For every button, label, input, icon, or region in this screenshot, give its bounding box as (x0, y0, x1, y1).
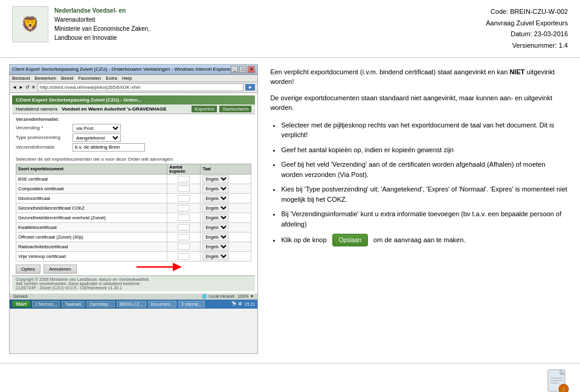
taal-select[interactable]: Engels (202, 223, 229, 231)
startscherm-button[interactable]: Startscherm (219, 106, 251, 112)
cell-taal[interactable]: Engels (201, 251, 251, 261)
taal-select[interactable]: Engels (202, 175, 229, 183)
verzending-title: Verzendinformatie: (16, 117, 251, 122)
copies-input[interactable] (178, 224, 190, 231)
back-icon[interactable]: ◄ (12, 85, 17, 90)
menu-bestand[interactable]: Bestand (12, 76, 30, 81)
org-name-line3: Ministerie van Economische Zaken, (54, 24, 150, 33)
verzending-select[interactable]: via Post (72, 124, 121, 132)
taskbar-item-2[interactable]: Taakbalk (62, 301, 85, 307)
table-section: Selecteer de set exportdocumenten die u … (12, 155, 255, 263)
opties-button[interactable]: Opties (16, 265, 40, 274)
cell-copies[interactable] (167, 184, 201, 193)
doc-info: Code: BREIN-CZU-W-002 Aanvraag Zuivel Ex… (486, 6, 568, 51)
taal-select[interactable]: Engels (202, 194, 229, 202)
taal-select[interactable]: Engels (202, 204, 229, 212)
bullet-3: Geef bij het veld 'Verzending' aan of de… (281, 159, 568, 179)
main-content: Client Export Sectortoepassing Zuivel (C… (0, 58, 580, 360)
copies-input[interactable] (178, 243, 190, 250)
verzending-form: Verzendinformatie: Verzending * via Post… (12, 114, 255, 155)
menu-help[interactable]: Help (122, 76, 132, 81)
postverzending-select[interactable]: Aangetekend (72, 133, 121, 142)
app-content: CZient Export Sectortoepassing Zuivel (C… (10, 93, 257, 294)
cell-taal[interactable]: Engels (201, 203, 251, 213)
forward-icon[interactable]: ► (19, 85, 24, 90)
menu-beeld[interactable]: Beeld (61, 76, 73, 81)
copies-input[interactable] (178, 195, 190, 202)
cell-copies[interactable] (167, 213, 201, 222)
taal-select[interactable]: Engels (202, 233, 229, 241)
browser-buttons: _ □ ✕ (231, 66, 255, 73)
table-row: Vrije Verkoop certificaat Engels (16, 251, 251, 261)
browser-titlebar: Client Export Sectortoepassing Zuivel (C… (10, 65, 257, 75)
bullet-2: Geef het aantal kopieën op, indien er ko… (281, 145, 568, 155)
zoom-level: 🌐 Local Intranet 100% ▼ (202, 294, 254, 299)
annuleren-button[interactable]: Annuleren (44, 265, 76, 274)
taskbar-item-6[interactable]: 2 Interne... (178, 301, 204, 307)
taal-select[interactable]: Engels (202, 243, 229, 251)
opslaan-button[interactable]: Opslaan (332, 234, 368, 246)
table-row: Radioactiviteitscertificaat Engels (16, 242, 251, 251)
copies-input[interactable] (178, 234, 190, 240)
cell-taal[interactable]: Engels (201, 232, 251, 242)
taal-select[interactable]: Engels (202, 252, 229, 260)
cell-doc-name: Gezondheid/diercertificaat overheid (Zui… (16, 213, 167, 222)
cell-copies[interactable] (167, 232, 201, 242)
cell-taal[interactable]: Engels (201, 184, 251, 193)
refresh-icon[interactable]: ↺ (25, 85, 30, 90)
close-button[interactable]: ✕ (248, 66, 255, 73)
app-footer: Copyright © 2008 Ministerie van Landbouw… (12, 275, 255, 291)
copies-input[interactable] (178, 176, 190, 182)
copies-input[interactable] (178, 185, 190, 192)
doc-code: Code: BREIN-CZU-W-002 (486, 6, 568, 18)
postverzending-label: Type postverzending (16, 135, 70, 140)
start-button[interactable]: Start (12, 301, 30, 307)
logo-lion-icon: 🦁 (21, 16, 39, 33)
taal-select[interactable]: Engels (202, 214, 229, 222)
taskbar-item-4[interactable]: BREIN-CZ... (117, 301, 146, 307)
tray-icons: 📡 🖥 (231, 301, 242, 306)
stop-icon[interactable]: ✕ (31, 85, 36, 90)
clock: 15:21 (245, 302, 256, 306)
status-bar: Gereed 🌐 Local Intranet 100% ▼ (10, 294, 257, 300)
copies-input[interactable] (178, 205, 190, 211)
menu-bewerken[interactable]: Bewerken (34, 76, 56, 81)
bullet-5: Bij 'Verzendingsinformatie' kunt u extra… (281, 209, 568, 229)
minimize-button[interactable]: _ (231, 66, 238, 73)
cell-taal[interactable]: Engels (201, 222, 251, 232)
cell-copies[interactable] (167, 251, 201, 261)
verzendinformatie-input[interactable]: b.v. de afdeling Brein (72, 143, 145, 152)
cell-doc-name: Radioactiviteitscertificaat (16, 242, 167, 251)
cell-copies[interactable] (167, 242, 201, 251)
table-row: Gezondheid/diercertificaat COKZ Engels (16, 203, 251, 213)
cell-copies[interactable] (167, 174, 201, 184)
copies-input[interactable] (178, 253, 190, 260)
copies-input[interactable] (178, 214, 190, 221)
cell-taal[interactable]: Engels (201, 174, 251, 184)
browser-toolbar: ◄ ► ↺ ✕ http://client.nvwa.nl/nvwa/j/eko… (10, 82, 257, 93)
logo-section: 🦁 Nederlandse Voedsel- en Warenautoritei… (12, 6, 150, 42)
taskbar-item-3[interactable]: OpenMap... (86, 301, 115, 307)
cell-copies[interactable] (167, 193, 201, 203)
taskbar-item-5[interactable]: Document... (148, 301, 177, 307)
page-footer: FAB – Client Export Pagina 15 van 56 ↑ C… (0, 363, 580, 392)
cell-taal[interactable]: Engels (201, 193, 251, 203)
exportrol-button[interactable]: Exportrol (192, 106, 217, 112)
taal-select[interactable]: Engels (202, 185, 229, 193)
doc-title: Aanvraag Zuivel Exporteurs (486, 18, 568, 29)
go-button[interactable]: ► (245, 84, 255, 91)
cell-taal[interactable]: Engels (201, 242, 251, 251)
taskbar-item-1[interactable]: 2 Microso... (32, 301, 60, 307)
intro-para1: Een verplicht exportdocument (i.v.m. bin… (270, 67, 568, 87)
maximize-button[interactable]: □ (239, 66, 246, 73)
browser-menu: Bestand Bewerken Beeld Favorieten Extra … (10, 75, 257, 82)
menu-favorieten[interactable]: Favorieten (78, 76, 101, 81)
app-subheader: Handelend namens Voedsel en Waren Autori… (12, 104, 255, 114)
address-bar[interactable]: http://client.nvwa.nl/nvwa/j/eko/j2b5/bX… (37, 83, 244, 91)
action-buttons: Opties Annuleren (12, 263, 255, 275)
cell-copies[interactable] (167, 222, 201, 232)
browser-title: Client Export Sectortoepassing Zuivel (C… (12, 66, 231, 72)
menu-extra[interactable]: Extra (106, 76, 117, 81)
cell-copies[interactable] (167, 203, 201, 213)
cell-taal[interactable]: Engels (201, 213, 251, 222)
